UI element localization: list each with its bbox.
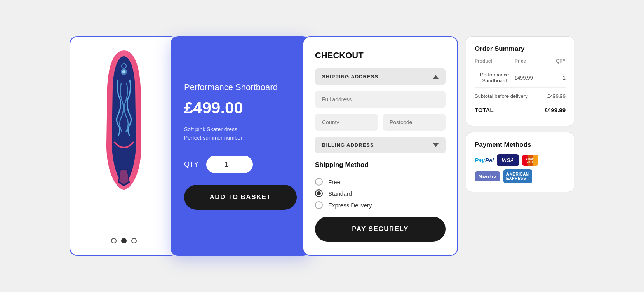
address-county-postcode-row: [315, 114, 446, 131]
shipping-option-free[interactable]: Free: [315, 178, 446, 186]
shipping-address-label: SHIPPING ADDRESS: [322, 74, 378, 80]
shipping-method-title: Shipping Method: [315, 161, 446, 169]
payment-icons-row: PayPal VISA MasterCard Maestro AmericanE…: [475, 154, 566, 183]
surfboard-image: [99, 49, 149, 192]
carousel-dot-3[interactable]: [131, 238, 137, 243]
mastercard-icon: MasterCard: [522, 155, 538, 166]
carousel-dot-2[interactable]: [121, 238, 127, 243]
subtotal-row: Subtotal before delivery £499.99: [475, 88, 566, 103]
col-price: Price: [515, 58, 540, 68]
full-address-input[interactable]: [315, 91, 446, 108]
product-name: Performance Shortboard: [184, 82, 297, 92]
carousel-dot-1[interactable]: [111, 238, 117, 243]
maestro-icon: Maestro: [475, 171, 500, 181]
total-value: £499.99: [540, 103, 566, 117]
col-product: Product: [475, 58, 515, 68]
radio-free: [315, 178, 323, 186]
shipping-toggle-icon: [433, 75, 439, 79]
qty-row: QTY: [184, 156, 297, 173]
visa-icon: VISA: [497, 154, 519, 166]
checkout-card: CHECKOUT SHIPPING ADDRESS BILLING ADDRES…: [303, 36, 458, 256]
billing-address-label: BILLING ADDRESS: [322, 142, 374, 148]
add-to-basket-button[interactable]: ADD TO BASKET: [184, 185, 297, 210]
checkout-title: CHECKOUT: [315, 50, 446, 61]
item-qty: 1: [540, 68, 566, 88]
product-description: Soft pink Skater dress. Perfect summer n…: [184, 125, 297, 143]
total-label: TOTAL: [475, 103, 540, 117]
product-price: £499.00: [184, 99, 297, 117]
qty-input[interactable]: [206, 156, 253, 173]
product-image-card: [70, 36, 178, 256]
order-summary-title: Order Summary: [475, 45, 566, 53]
amex-icon: AmericanExpress: [503, 169, 532, 183]
item-price: £499.99: [515, 68, 540, 88]
radio-standard: [315, 189, 323, 197]
order-summary-table: Product Price QTY PerformanceShortboard …: [475, 58, 566, 117]
payment-title: Payment Methods: [475, 141, 566, 149]
radio-express: [315, 201, 323, 209]
order-item-row: PerformanceShortboard £499.99 1: [475, 68, 566, 88]
shipping-option-express[interactable]: Express Delivery: [315, 201, 446, 209]
billing-toggle-icon: [433, 143, 439, 147]
shipping-options: Free Standard Express Delivery: [315, 178, 446, 209]
postcode-input[interactable]: [383, 114, 446, 131]
county-input[interactable]: [315, 114, 378, 131]
payment-methods-card: Payment Methods PayPal VISA MasterCard M…: [466, 132, 574, 192]
subtotal-label: Subtotal before delivery: [475, 88, 540, 103]
shipping-address-header[interactable]: SHIPPING ADDRESS: [315, 68, 446, 85]
shipping-option-standard[interactable]: Standard: [315, 189, 446, 197]
total-row: TOTAL £499.99: [475, 103, 566, 117]
qty-label: QTY: [184, 160, 198, 169]
subtotal-value: £499.99: [540, 88, 566, 103]
col-qty: QTY: [540, 58, 566, 68]
carousel-dots: [111, 238, 137, 243]
billing-address-header[interactable]: BILLING ADDRESS: [315, 137, 446, 153]
pay-securely-button[interactable]: PAY SECURELY: [315, 217, 446, 242]
right-panel: Order Summary Product Price QTY Performa…: [466, 36, 574, 256]
app-container: Performance Shortboard £499.00 Soft pink…: [70, 36, 574, 256]
order-summary-card: Order Summary Product Price QTY Performa…: [466, 36, 574, 126]
product-detail-card: Performance Shortboard £499.00 Soft pink…: [171, 36, 310, 256]
paypal-logo: PayPal: [475, 157, 494, 163]
item-name: PerformanceShortboard: [475, 68, 515, 88]
